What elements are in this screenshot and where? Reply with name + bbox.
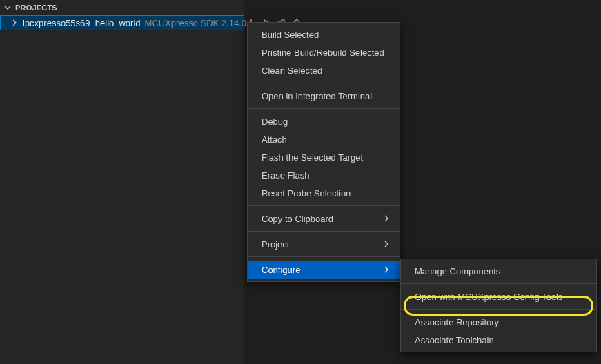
menu-copy-clipboard[interactable]: Copy to Clipboard	[248, 210, 400, 228]
menu-separator	[401, 283, 596, 284]
chevron-down-icon	[3, 3, 12, 12]
submenu-manage-components[interactable]: Manage Components	[401, 262, 596, 280]
menu-build-selected[interactable]: Build Selected	[248, 26, 400, 43]
project-meta: MCUXpresso SDK 2.14.0	[145, 18, 246, 28]
menu-attach[interactable]: Attach	[248, 130, 400, 148]
menu-reset-probe[interactable]: Reset Probe Selection	[248, 184, 400, 202]
chevron-right-icon	[383, 266, 390, 273]
menu-separator	[248, 108, 400, 109]
menu-separator	[248, 231, 400, 232]
projects-panel: PROJECTS lpcxpresso55s69_hello_world MCU…	[0, 0, 245, 364]
chevron-right-icon	[10, 18, 19, 28]
menu-separator	[401, 309, 596, 310]
menu-separator	[248, 83, 400, 83]
menu-open-terminal[interactable]: Open in Integrated Terminal	[248, 87, 400, 105]
menu-project[interactable]: Project	[248, 235, 400, 253]
menu-erase-flash[interactable]: Erase Flash	[248, 166, 400, 184]
project-name: lpcxpresso55s69_hello_world	[23, 18, 141, 28]
menu-configure[interactable]: Configure	[248, 261, 400, 279]
chevron-right-icon	[383, 215, 390, 222]
menu-separator	[248, 205, 400, 206]
submenu-associate-toolchain[interactable]: Associate Toolchain	[401, 331, 596, 349]
projects-panel-header[interactable]: PROJECTS	[0, 0, 244, 15]
menu-clean-selected[interactable]: Clean Selected	[248, 61, 400, 79]
chevron-right-icon	[383, 241, 390, 247]
submenu-associate-repository[interactable]: Associate Repository	[401, 313, 596, 331]
context-menu: Build Selected Pristine Build/Rebuild Se…	[247, 22, 400, 282]
menu-pristine-build[interactable]: Pristine Build/Rebuild Selected	[248, 43, 400, 61]
menu-separator	[248, 256, 400, 257]
menu-flash-target[interactable]: Flash the Selected Target	[248, 148, 400, 166]
submenu-open-config-tools[interactable]: Open with MCUXpresso Config Tools	[401, 287, 596, 305]
menu-debug[interactable]: Debug	[248, 112, 400, 130]
panel-title: PROJECTS	[15, 3, 57, 12]
configure-submenu: Manage Components Open with MCUXpresso C…	[400, 259, 597, 352]
project-row[interactable]: lpcxpresso55s69_hello_world MCUXpresso S…	[0, 15, 244, 30]
